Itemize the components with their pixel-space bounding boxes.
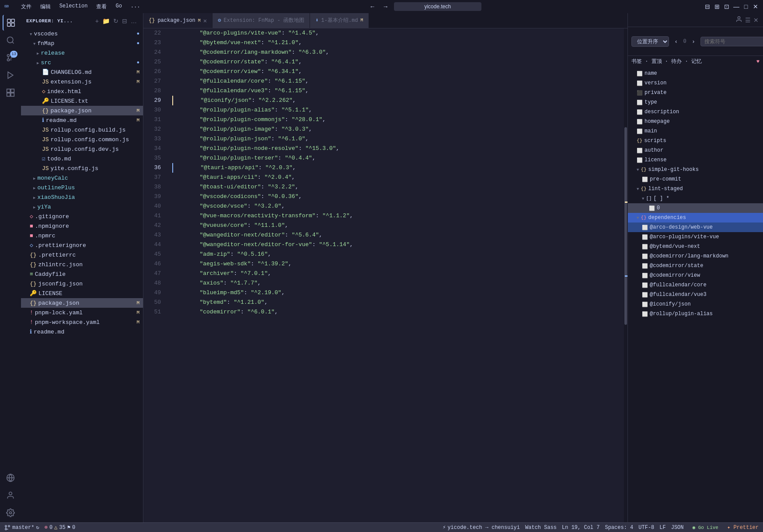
symbol-arco-design[interactable]: ⬜ @arco-design/web-vue [628, 223, 763, 232]
sidebar-item-readme[interactable]: ℹ readme.md M [21, 115, 143, 125]
sidebar-item-gitignore[interactable]: ◇ .gitignore [21, 212, 143, 221]
sidebar-item-extension[interactable]: JS extension.js M [21, 77, 143, 87]
status-go-live[interactable]: ◉ Go Live [689, 525, 722, 530]
command-search[interactable] [394, 2, 481, 11]
vertical-scrollbar[interactable] [624, 28, 627, 522]
symbol-iconify[interactable]: ⬜ @iconify/json [628, 299, 763, 309]
sort-select[interactable]: 位置升序 [631, 36, 669, 47]
sidebar-item-changelog[interactable]: 📄 CHANGELOG.md M [21, 67, 143, 77]
tab-close-button[interactable]: ✕ [203, 17, 207, 24]
nav-prev-button[interactable]: ‹ [672, 37, 679, 45]
maximize-button[interactable]: □ [743, 3, 749, 10]
status-encoding[interactable]: UTF-8 [638, 525, 654, 531]
status-prettier[interactable]: ✦ Prettier [727, 524, 759, 531]
tab-package-json[interactable]: {} package.json M ✕ [143, 13, 213, 28]
sidebar-item-package-json[interactable]: {} package.json M [21, 106, 143, 115]
activity-source-control[interactable]: 13 [3, 50, 18, 66]
collapse-button[interactable]: ⊟ [121, 17, 128, 25]
sidebar-item-pnpm-lock[interactable]: ! pnpm-lock.yaml M [21, 308, 143, 317]
sidebar-item-npmignore[interactable]: ■ .npmignore [21, 221, 143, 231]
sidebar-item-jsconfig[interactable]: {} jsconfig.json [21, 279, 143, 289]
new-folder-button[interactable]: 📁 [101, 17, 111, 25]
symbol-simple-git-hooks[interactable]: {} simple-git-hooks [628, 165, 763, 174]
menu-file[interactable]: 文件 [17, 2, 35, 11]
symbol-license[interactable]: ⬜ license [628, 155, 763, 165]
close-button[interactable]: ✕ [753, 3, 759, 10]
panel-layout-button[interactable]: ⊞ [714, 3, 720, 10]
close-panel-button[interactable]: ✕ [753, 16, 759, 24]
status-spaces[interactable]: Spaces: 4 [605, 525, 633, 531]
account-panel-button[interactable] [735, 16, 742, 24]
activity-extensions[interactable] [3, 85, 18, 101]
symbol-arr-entry[interactable]: [] [ ] * [628, 194, 763, 203]
sidebar-item-readme-root[interactable]: ℹ readme.md [21, 327, 143, 337]
symbol-scripts[interactable]: {} scripts [628, 136, 763, 146]
symbol-codemirror-view[interactable]: ⬜ @codemirror/view [628, 271, 763, 280]
sidebar-item-src[interactable]: src ● [21, 58, 143, 67]
sidebar-item-npmrc[interactable]: ■ .npmrc [21, 231, 143, 240]
symbol-name[interactable]: ⬜ name [628, 69, 763, 78]
sidebar-item-todo[interactable]: ☑ todo.md [21, 154, 143, 163]
symbol-codemirror-md[interactable]: ⬜ @codemirror/lang-markdown [628, 251, 763, 261]
activity-remote[interactable] [3, 470, 18, 486]
symbol-main[interactable]: ⬜ main [628, 126, 763, 136]
minimize-button[interactable]: — [733, 3, 739, 10]
activity-account[interactable] [3, 487, 18, 503]
code-content[interactable]: "@arco-plugins/vite-vue" : "^1.4.5" , "@… [165, 28, 624, 522]
sidebar-item-prettierignore[interactable]: ◇ .prettierignore [21, 240, 143, 250]
sidebar-item-outlineplus[interactable]: outlinePlus [21, 183, 143, 192]
symbol-description[interactable]: ⬜ description [628, 107, 763, 117]
menu-view[interactable]: 查看 [93, 2, 110, 11]
more-actions-button[interactable]: … [130, 17, 138, 25]
sidebar-item-zhlintrc[interactable]: {} zhlintrc.json [21, 260, 143, 269]
menu-selection[interactable]: Selection [56, 2, 91, 11]
symbol-type[interactable]: ⬜ type [628, 97, 763, 107]
status-eol[interactable]: LF [659, 525, 665, 531]
symbol-0[interactable]: ⬜ 0 [628, 203, 763, 213]
sidebar-item-moneycalc[interactable]: moneyCalc [21, 173, 143, 183]
symbol-version[interactable]: ⬜ version [628, 78, 763, 88]
nav-back-button[interactable]: ← [367, 2, 378, 11]
activity-explorer[interactable] [3, 15, 18, 31]
heart-icon[interactable]: ♥ [756, 59, 760, 65]
customize-layout-button[interactable]: ⊡ [724, 3, 730, 10]
symbol-fullcalendar-core[interactable]: ⬜ @fullcalendar/core [628, 280, 763, 290]
menu-edit[interactable]: 编辑 [37, 2, 54, 11]
sidebar-item-xiaoshuojia[interactable]: xiaoShuoJia [21, 192, 143, 202]
menu-more[interactable]: ... [127, 2, 144, 11]
sidebar-item-vscodes[interactable]: vscodes ● [21, 29, 143, 38]
sidebar-item-prettierrc[interactable]: {} .prettierrc [21, 250, 143, 260]
nav-next-button[interactable]: › [690, 37, 697, 45]
symbol-codemirror-state[interactable]: ⬜ @codemirror/state [628, 261, 763, 271]
split-layout-button[interactable]: ⊟ [704, 3, 711, 10]
symbol-bytemd[interactable]: ⬜ @bytemd/vue-next [628, 242, 763, 251]
sidebar-item-index[interactable]: ◇ index.html [21, 87, 143, 96]
menu-go[interactable]: Go [112, 2, 125, 11]
status-remote[interactable]: ⚡ yicode.tech → chensuiyi [442, 524, 520, 531]
symbol-homepage[interactable]: ⬜ homepage [628, 117, 763, 126]
status-position[interactable]: Ln 19, Col 7 [562, 525, 599, 531]
sidebar-item-rollup-build[interactable]: JS rollup.config.build.js [21, 125, 143, 135]
symbol-pre-commit[interactable]: ⬜ pre-commit [628, 174, 763, 184]
symbol-private[interactable]: ⬛ private [628, 88, 763, 97]
sidebar-item-pnpm-workspace[interactable]: ! pnpm-workspace.yaml M [21, 317, 143, 327]
new-file-button[interactable]: + [94, 17, 100, 25]
sidebar-item-caddyfile[interactable]: ≡ Caddyfile [21, 269, 143, 279]
symbol-dependencies[interactable]: {} dependencies [628, 213, 763, 223]
refresh-button[interactable]: ↻ [112, 17, 119, 25]
sidebar-item-license[interactable]: 🔑 LICENSE [21, 289, 143, 298]
sidebar-item-yiya[interactable]: yiYa [21, 202, 143, 212]
status-watch-sass[interactable]: Watch Sass [525, 525, 557, 531]
scrollbar-thumb[interactable] [624, 127, 627, 325]
nav-forward-button[interactable]: → [380, 2, 391, 11]
symbol-fullcalendar-vue3[interactable]: ⬜ @fullcalendar/vue3 [628, 290, 763, 299]
status-errors[interactable]: ⊗ 0 △ 35 ⚑ 0 [45, 524, 76, 531]
sidebar-item-package-json-root[interactable]: {} package.json M [21, 298, 143, 308]
menu-panel-button[interactable]: ☰ [745, 16, 751, 24]
symbol-search[interactable] [700, 37, 763, 46]
symbol-lint-staged[interactable]: {} lint-staged [628, 184, 763, 194]
activity-settings[interactable] [3, 505, 18, 521]
tab-jieshao[interactable]: ⬇ 1-基本介绍.md M [310, 13, 369, 28]
sidebar-item-rollup-common[interactable]: JS rollup.config.common.js [21, 135, 143, 144]
status-branch[interactable]: master* ↻ [4, 524, 39, 531]
